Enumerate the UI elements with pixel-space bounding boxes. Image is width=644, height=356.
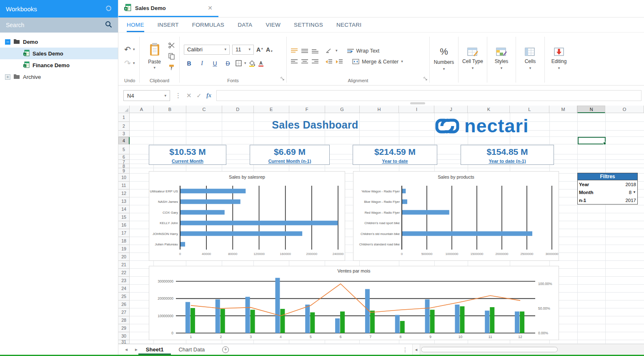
name-box[interactable]: N4 ▾ [123,90,170,101]
row-header-13[interactable]: 13 [118,197,130,205]
split-handle[interactable] [410,102,425,104]
row-header-16[interactable]: 16 [118,221,130,229]
row-header-11[interactable]: 11 [118,182,130,189]
column-header-I[interactable]: I [399,106,434,113]
fill-color-button[interactable] [249,60,256,67]
align-middle-button[interactable] [301,48,308,53]
ribbon-tab-data[interactable]: DATA [238,18,252,32]
row-header-1[interactable]: 1 [118,113,130,122]
kpi-card-year-to-date[interactable]: $214.59 M Year to date [353,145,437,165]
kpi-card-year-to-date-n1[interactable]: $154.85 M Year to date (n-1) [461,145,554,165]
cancel-entry-icon[interactable]: ✕ [186,92,192,99]
align-left-button[interactable] [291,59,298,64]
column-header-K[interactable]: K [468,106,510,113]
column-header-E[interactable]: E [254,106,289,113]
refresh-icon[interactable] [105,5,112,13]
insert-function-button[interactable]: fx [206,92,211,99]
undo-button[interactable]: ↶▾ [124,45,135,54]
filter-value[interactable]: 2018 [625,182,636,187]
row-header-23[interactable]: 23 [118,277,130,285]
wrap-text-button[interactable]: Wrap Text [347,48,380,54]
tree-item-finance-demo[interactable]: x Finance Demo [0,59,118,71]
collapse-icon[interactable]: – [5,39,10,45]
sheet-nav-next-icon[interactable]: ► [134,347,138,352]
row-header-18[interactable]: 18 [118,237,130,245]
column-header-O[interactable]: O [605,106,644,113]
styles-button[interactable]: Styles ▾ [488,34,515,85]
strikethrough-button[interactable]: D [223,59,233,68]
row-header-3[interactable]: 3 [118,131,130,137]
increase-font-button[interactable]: A▲ [256,46,263,53]
expand-icon[interactable]: + [5,74,10,80]
ribbon-tab-formulas[interactable]: FORMULAS [192,18,224,32]
close-icon[interactable]: ✕ [208,5,213,11]
search-icon[interactable] [105,21,112,30]
numbers-button[interactable]: % Numbers ▾ [431,34,457,85]
row-header-31[interactable]: 31 [118,340,130,344]
confirm-entry-icon[interactable]: ✓ [197,92,202,99]
cut-button[interactable] [168,42,175,48]
font-size-select[interactable]: 11 ▾ [232,45,254,55]
row-header-21[interactable]: 21 [118,261,130,269]
underline-button[interactable]: U [210,59,220,68]
column-header-C[interactable]: C [186,106,222,113]
column-header-A[interactable]: A [130,106,154,113]
decrease-font-button[interactable]: A▼ [266,46,273,53]
filter-value[interactable]: 8 [629,190,631,195]
italic-button[interactable]: I [197,59,207,68]
scroll-left-icon[interactable]: ◄ [413,344,420,355]
row-header-5[interactable]: 5 [118,144,130,154]
column-header-M[interactable]: M [549,106,577,113]
format-painter-button[interactable] [168,64,175,71]
row-header-27[interactable]: 27 [118,308,130,316]
merge-center-button[interactable]: Merge & Center ▾ [352,59,403,65]
column-header-L[interactable]: L [510,106,549,113]
more-options-icon[interactable]: ⋮ [175,92,181,99]
chart-ventes-par-mois[interactable]: Ventes par mois0100000002000000030000000… [149,266,559,340]
ribbon-tab-settings[interactable]: SETTINGS [294,18,323,32]
kpi-card-current-month-n1[interactable]: $6.69 M Current Month (n-1) [250,145,330,165]
row-header-19[interactable]: 19 [118,245,130,253]
row-header-25[interactable]: 25 [118,293,130,300]
column-header-J[interactable]: J [434,106,468,113]
sheet-tab-sheet1[interactable]: Sheet1 [138,344,171,355]
cell-type-button[interactable]: Cell Type ▾ [459,34,486,85]
column-header-G[interactable]: G [325,106,360,113]
align-bottom-button[interactable] [312,48,318,53]
select-all-corner[interactable] [118,106,130,113]
row-header-15[interactable]: 15 [118,213,130,221]
sidebar-search[interactable] [0,18,118,33]
row-header-8[interactable]: 8 [118,164,130,168]
row-header-14[interactable]: 14 [118,205,130,213]
dialog-launcher-icon[interactable] [423,75,427,82]
row-header-22[interactable]: 22 [118,269,130,277]
align-right-button[interactable] [312,59,318,64]
editing-button[interactable]: Editing ▾ [546,34,572,85]
decrease-indent-button[interactable] [326,59,332,64]
sheet-cells[interactable]: Sales Dashboard nectari $10.53 M Current [130,113,644,344]
scrollbar-thumb[interactable] [421,347,558,352]
paste-button[interactable]: Paste ▾ [144,41,165,71]
column-header-F[interactable]: F [289,106,325,113]
row-header-10[interactable]: 10 [118,174,130,182]
tree-folder-archive[interactable]: + Archive [0,71,118,83]
row-header-29[interactable]: 29 [118,324,130,332]
text-orientation-button[interactable] [326,48,332,53]
search-input[interactable] [6,22,105,28]
bold-button[interactable]: B [184,59,194,68]
align-center-button[interactable] [301,59,308,64]
font-color-button[interactable]: A [258,60,264,67]
row-header-20[interactable]: 20 [118,253,130,261]
formula-input[interactable] [216,90,641,101]
sheet-tab-chart-data[interactable]: Chart Data [171,344,212,355]
column-header-H[interactable]: H [360,106,399,113]
row-header-26[interactable]: 26 [118,300,130,308]
row-header-24[interactable]: 24 [118,285,130,293]
kpi-card-current-month[interactable]: $10.53 M Current Month [149,145,226,165]
row-header-17[interactable]: 17 [118,229,130,237]
tree-item-sales-demo[interactable]: x Sales Demo [0,48,118,59]
document-tab-sales-demo[interactable]: x Sales Demo ✕ [118,0,218,17]
row-header-28[interactable]: 28 [118,316,130,324]
filter-dropdown-icon[interactable]: ▼ [633,190,636,194]
align-top-button[interactable] [291,48,298,53]
